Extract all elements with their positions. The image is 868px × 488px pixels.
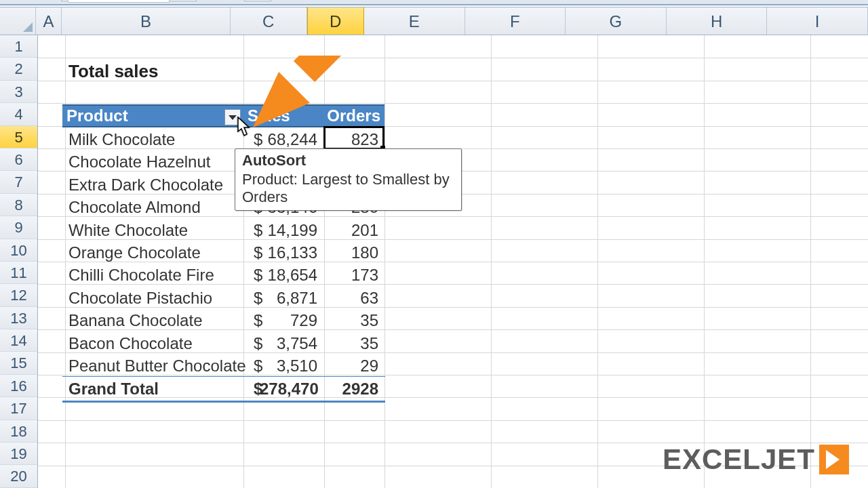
product-cell[interactable]: Chocolate Hazelnut — [65, 150, 214, 174]
row-header-14[interactable]: 14 — [0, 329, 37, 352]
sales-cell[interactable]: 729 — [256, 309, 321, 332]
sales-cell[interactable]: 68,244 — [256, 128, 321, 151]
worksheet-grid[interactable]: Total sales Product Sales Orders Milk Ch… — [38, 35, 868, 488]
formula-bar: D5 fx 823 — [0, 0, 868, 5]
row-header-2[interactable]: 2 — [0, 58, 37, 80]
row-header-4[interactable]: 4 — [0, 103, 37, 125]
product-cell[interactable]: White Chocolate — [65, 219, 191, 242]
product-cell[interactable]: Peanut Butter Chocolate — [65, 354, 250, 378]
row-header-17[interactable]: 17 — [0, 397, 37, 420]
product-cell[interactable]: Chocolate Pistachio — [65, 287, 216, 310]
exceljet-logo: EXCELJET — [663, 443, 849, 476]
product-cell[interactable]: Chilli Chocolate Fire — [65, 264, 218, 287]
sales-cell[interactable]: 14,199 — [256, 219, 321, 242]
product-cell[interactable]: Orange Chocolate — [65, 241, 204, 264]
sales-cell[interactable]: 16,133 — [256, 241, 321, 264]
logo-mark-icon — [819, 445, 849, 474]
name-box[interactable]: D5 — [68, 0, 170, 3]
grand-total-top-border — [62, 376, 385, 377]
sales-cell[interactable]: 3,754 — [256, 332, 321, 355]
sales-cell[interactable]: 18,654 — [256, 264, 321, 287]
orders-cell[interactable]: 180 — [324, 241, 382, 264]
sales-cell[interactable]: 3,510 — [256, 354, 321, 378]
grand-total-label: Grand Total — [65, 378, 162, 401]
row-header-10[interactable]: 10 — [0, 239, 37, 262]
sales-cell[interactable]: 6,871 — [256, 287, 321, 310]
grand-total-sales: 278,470 — [256, 378, 321, 401]
autosort-tooltip: AutoSort Product: Largest to Smallest by… — [235, 148, 462, 211]
filter-button-product[interactable] — [224, 109, 241, 125]
row-header-6[interactable]: 6 — [0, 148, 37, 171]
product-cell[interactable]: Chocolate Almond — [65, 196, 204, 219]
app-frame: D5 fx 823 ABCDEFGHI 12345678910111213141… — [0, 0, 868, 488]
select-all-triangle[interactable] — [0, 7, 36, 35]
orders-cell[interactable]: 35 — [324, 309, 382, 332]
orders-cell[interactable]: 63 — [324, 287, 382, 310]
row-header-5[interactable]: 5 — [0, 126, 37, 148]
row-header-8[interactable]: 8 — [0, 194, 37, 216]
row-header-1[interactable]: 1 — [0, 35, 37, 58]
row-header-16[interactable]: 16 — [0, 375, 37, 397]
column-header-I[interactable]: I — [767, 7, 868, 35]
row-header-11[interactable]: 11 — [0, 262, 37, 284]
row-header-9[interactable]: 9 — [0, 216, 37, 239]
pivot-header-product-label: Product — [66, 106, 128, 125]
row-header-15[interactable]: 15 — [0, 352, 37, 374]
column-header-F[interactable]: F — [465, 7, 566, 35]
row-header-19[interactable]: 19 — [0, 443, 37, 465]
pivot-header-product[interactable]: Product — [62, 104, 243, 127]
column-header-G[interactable]: G — [566, 7, 667, 35]
product-cell[interactable]: Milk Chocolate — [65, 128, 178, 151]
logo-text: EXCELJET — [663, 443, 815, 476]
column-header-B[interactable]: B — [62, 7, 231, 35]
product-cell[interactable]: Extra Dark Chocolate — [65, 174, 226, 197]
tooltip-title: AutoSort — [242, 152, 454, 169]
row-header-3[interactable]: 3 — [0, 81, 37, 103]
orders-cell[interactable]: 35 — [324, 332, 382, 355]
column-header-H[interactable]: H — [667, 7, 768, 35]
title-cell: Total sales — [65, 59, 161, 84]
row-header-12[interactable]: 12 — [0, 284, 37, 306]
row-header-18[interactable]: 18 — [0, 420, 37, 443]
svg-marker-12 — [253, 72, 310, 127]
product-cell[interactable]: Banana Chocolate — [65, 309, 205, 332]
svg-rect-8 — [294, 56, 353, 82]
tooltip-body: Product: Largest to Smallest by Orders — [242, 171, 454, 206]
grand-total-orders: 2928 — [324, 378, 382, 401]
row-header-7[interactable]: 7 — [0, 171, 37, 193]
column-header-C[interactable]: C — [231, 7, 307, 35]
column-header-A[interactable]: A — [36, 7, 62, 35]
column-header-row: ABCDEFGHI — [0, 7, 868, 35]
orders-cell[interactable]: 201 — [324, 219, 382, 242]
orders-cell[interactable]: 823 — [324, 128, 382, 151]
column-header-E[interactable]: E — [364, 7, 465, 35]
orders-cell[interactable]: 173 — [324, 264, 382, 287]
row-header-13[interactable]: 13 — [0, 307, 37, 329]
row-header-column: 1234567891011121314151617181920 — [0, 35, 38, 488]
product-cell[interactable]: Bacon Chocolate — [65, 332, 196, 355]
pivot-bottom-border — [62, 401, 385, 403]
row-header-20[interactable]: 20 — [0, 465, 37, 487]
orders-cell[interactable]: 29 — [324, 354, 382, 378]
column-header-D[interactable]: D — [307, 7, 364, 35]
